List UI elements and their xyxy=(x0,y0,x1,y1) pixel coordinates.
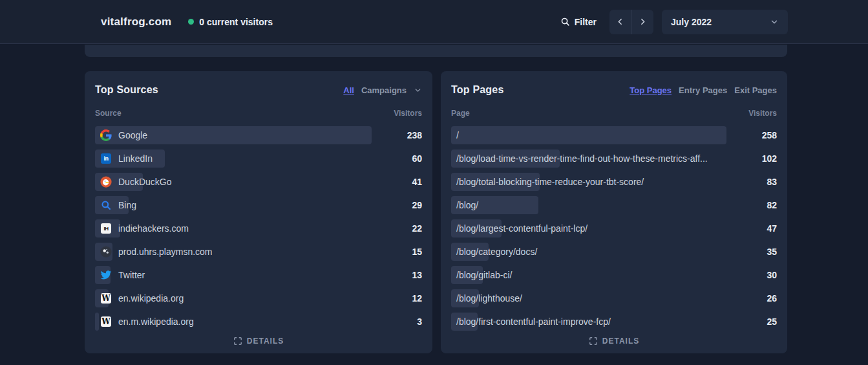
prev-period-button[interactable] xyxy=(609,10,631,34)
sources-details-button[interactable]: DETAILS xyxy=(85,337,432,346)
row-label-wrap: DuckDuckGo xyxy=(100,170,369,194)
table-row: DuckDuckGo41 xyxy=(95,170,422,194)
pages-column-header-right: Visitors xyxy=(748,109,777,118)
sources-list: Google238inLinkedIn60DuckDuckGo41Bing29I… xyxy=(95,124,422,333)
tab-exit-pages[interactable]: Exit Pages xyxy=(734,85,777,95)
campaigns-chevron-down-icon[interactable] xyxy=(414,86,422,94)
linkedin-icon: in xyxy=(100,153,112,164)
row-link[interactable]: /blog/largest-contentful-paint-lcp/ xyxy=(456,223,587,234)
row-label-wrap: Bing xyxy=(100,194,369,217)
visitor-count: 30 xyxy=(767,263,777,287)
top-pages-panel: Top Pages Top PagesEntry PagesExit Pages… xyxy=(441,71,787,353)
table-row: /blog/category/docs/35 xyxy=(451,240,777,263)
row-label-wrap: /blog/first-contentful-paint-improve-fcp… xyxy=(456,310,724,333)
period-nav xyxy=(609,10,653,34)
row-label-wrap: /blog/total-blocking-time-reduce-your-tb… xyxy=(456,170,724,194)
tab-campaigns[interactable]: Campaigns xyxy=(361,85,407,95)
row-link[interactable]: en.m.wikipedia.org xyxy=(118,316,194,327)
table-row: /blog/gitlab-ci/30 xyxy=(451,263,777,287)
row-link[interactable]: LinkedIn xyxy=(118,153,153,164)
row-label-wrap: / xyxy=(456,124,724,147)
row-label-wrap: /blog/largest-contentful-paint-lcp/ xyxy=(456,217,724,240)
expand-icon xyxy=(589,337,598,346)
row-link[interactable]: en.wikipedia.org xyxy=(118,293,184,304)
sources-column-header-right: Visitors xyxy=(394,109,422,118)
wikipedia-icon: W xyxy=(100,316,112,327)
visitor-count: 15 xyxy=(412,240,422,263)
row-label-wrap: /blog/lighthouse/ xyxy=(456,287,724,310)
row-link[interactable]: /blog/category/docs/ xyxy=(456,247,537,257)
row-label-wrap: Twitter xyxy=(100,263,369,287)
row-label-wrap: IHindiehackers.com xyxy=(100,217,369,240)
filter-button[interactable]: Filter xyxy=(560,17,597,27)
table-row: /blog/load-time-vs-render-time-find-out-… xyxy=(451,147,777,170)
row-link[interactable]: /blog/ xyxy=(456,200,478,210)
row-link[interactable]: Google xyxy=(118,130,147,140)
row-link[interactable]: /blog/total-blocking-time-reduce-your-tb… xyxy=(456,177,644,187)
current-visitors-label: 0 current visitors xyxy=(199,17,273,27)
row-link[interactable]: Twitter xyxy=(118,270,145,280)
table-row: Google238 xyxy=(95,124,422,147)
visitor-count: 29 xyxy=(412,194,422,217)
date-range-dropdown[interactable]: July 2022 xyxy=(662,10,788,34)
visitor-count: 22 xyxy=(412,217,422,240)
row-label-wrap: Wen.wikipedia.org xyxy=(100,287,369,310)
row-link[interactable]: /blog/gitlab-ci/ xyxy=(456,270,512,280)
row-link[interactable]: / xyxy=(456,130,459,140)
bing-icon xyxy=(100,199,112,211)
table-row: /blog/total-blocking-time-reduce-your-tb… xyxy=(451,170,777,194)
pages-details-button[interactable]: DETAILS xyxy=(441,337,787,346)
row-link[interactable]: indiehackers.com xyxy=(118,223,189,234)
google-icon xyxy=(100,129,112,141)
table-row: IHindiehackers.com22 xyxy=(95,217,422,240)
twitter-icon xyxy=(100,269,112,281)
pages-details-label: DETAILS xyxy=(602,337,639,346)
row-link[interactable]: DuckDuckGo xyxy=(118,177,171,187)
wikipedia-icon: W xyxy=(100,293,112,304)
row-link[interactable]: /blog/load-time-vs-render-time-find-out-… xyxy=(456,153,708,164)
visitor-count: 47 xyxy=(767,217,777,240)
top-sources-panel: Top Sources AllCampaigns Source Visitors… xyxy=(85,71,432,353)
row-label-wrap: /blog/ xyxy=(456,194,724,217)
expand-icon xyxy=(233,337,242,346)
visitor-count: 60 xyxy=(412,147,422,170)
visitor-count: 258 xyxy=(762,124,777,147)
row-link[interactable]: prod.uhrs.playmsn.com xyxy=(118,247,213,257)
sources-tabs: AllCampaigns xyxy=(343,85,422,95)
current-visitors[interactable]: 0 current visitors xyxy=(188,17,273,27)
row-link[interactable]: Bing xyxy=(118,200,136,210)
row-label-wrap: prod.uhrs.playmsn.com xyxy=(100,240,369,263)
visitor-count: 238 xyxy=(407,124,422,147)
chevron-down-icon xyxy=(770,17,779,27)
pages-panel-title: Top Pages xyxy=(451,84,504,96)
tab-entry-pages[interactable]: Entry Pages xyxy=(679,85,727,95)
table-row: /blog/82 xyxy=(451,194,777,217)
visitor-count: 3 xyxy=(417,310,422,333)
row-link[interactable]: /blog/lighthouse/ xyxy=(456,293,522,304)
filter-label: Filter xyxy=(575,17,597,27)
table-row: inLinkedIn60 xyxy=(95,147,422,170)
visitor-count: 82 xyxy=(767,194,777,217)
site-name[interactable]: vitalfrog.com xyxy=(101,16,171,28)
table-row: /blog/lighthouse/26 xyxy=(451,287,777,310)
duckduckgo-icon xyxy=(100,176,112,188)
visitor-count: 41 xyxy=(412,170,422,194)
table-row: Bing29 xyxy=(95,194,422,217)
tab-top-pages[interactable]: Top Pages xyxy=(630,85,672,95)
row-label-wrap: Wen.m.wikipedia.org xyxy=(100,310,369,333)
analytics-dashboard: vitalfrog.com 0 current visitors Filter … xyxy=(0,0,868,365)
top-header: vitalfrog.com 0 current visitors Filter … xyxy=(0,0,868,44)
pages-tabs: Top PagesEntry PagesExit Pages xyxy=(630,85,777,95)
table-row: /blog/largest-contentful-paint-lcp/47 xyxy=(451,217,777,240)
visitor-count: 35 xyxy=(767,240,777,263)
sources-panel-title: Top Sources xyxy=(95,84,158,96)
next-period-button[interactable] xyxy=(631,10,653,34)
table-row: /258 xyxy=(451,124,777,147)
search-icon xyxy=(560,17,570,27)
msn-icon xyxy=(100,246,112,258)
row-link[interactable]: /blog/first-contentful-paint-improve-fcp… xyxy=(456,316,611,327)
visitor-count: 13 xyxy=(412,263,422,287)
tab-all[interactable]: All xyxy=(343,85,354,95)
visitor-count: 25 xyxy=(767,310,777,333)
pages-list: /258/blog/load-time-vs-render-time-find-… xyxy=(451,124,777,333)
